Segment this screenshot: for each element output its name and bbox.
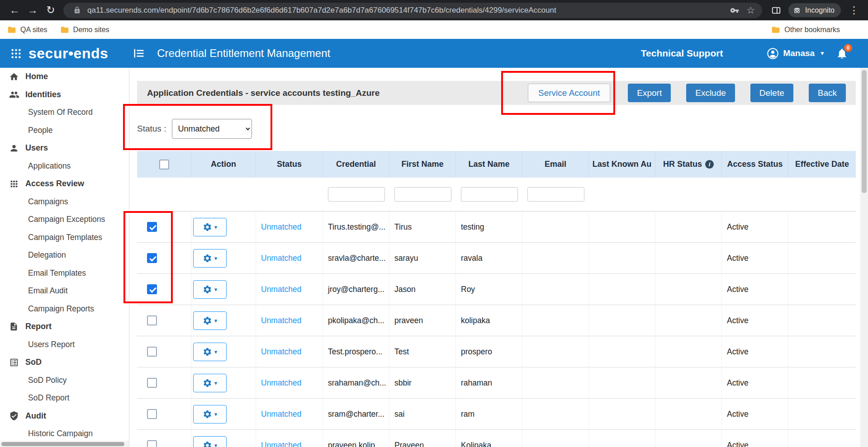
sidebar-item-label: Identities [25,90,61,99]
sidebar-item-system-of-record[interactable]: System Of Record [0,104,129,122]
chevron-down-icon: ▾ [214,286,218,293]
exclude-button[interactable]: Exclude [686,84,735,102]
status-select[interactable]: Unmatched [172,119,252,139]
row-checkbox[interactable] [147,378,157,388]
row-checkbox[interactable] [147,315,157,325]
cell-last-name: Kolipaka [456,430,522,447]
browser-menu-icon[interactable]: ⋮ [849,5,859,16]
export-button[interactable]: Export [628,84,671,102]
row-action-button[interactable]: ▾ [193,374,227,392]
row-status-link[interactable]: Unmatched [261,316,302,325]
row-action-button[interactable]: ▾ [193,249,227,268]
sidebar-item-campaign-exceptions[interactable]: Campaign Exceptions [0,211,129,229]
cell-last-name: ram [456,399,522,429]
row-action-button[interactable]: ▾ [193,343,227,361]
info-icon[interactable]: i [705,160,714,169]
other-bookmarks[interactable]: Other bookmarks [771,25,840,34]
technical-support-link[interactable]: Technical Support [641,48,723,59]
row-status-link[interactable]: Unmatched [261,222,302,232]
row-status-link[interactable]: Unmatched [261,378,302,388]
cell-effective-date [788,430,856,447]
sidebar-item-identities[interactable]: Identities [0,86,129,104]
row-action-button[interactable]: ▾ [193,280,227,299]
filter-input-email[interactable] [527,187,584,202]
row-action-button[interactable]: ▾ [193,218,227,236]
row-status-link[interactable]: Unmatched [261,347,302,357]
cell-effective-date [788,367,856,398]
grid-icon [9,179,25,189]
table-row: ▾Unmatchedjroy@charterg...JasonRoyActive [137,274,856,305]
sidebar-item-sod-report[interactable]: SoD Report [0,389,129,407]
sidebar-scrollbar-thumb[interactable] [1,442,124,446]
sidebar-item-label: Access Review [25,179,84,188]
incognito-icon [792,6,802,15]
sidebar-item-applications[interactable]: Applications [0,157,129,175]
back-button[interactable]: Back [809,84,846,102]
sidebar-item-sod[interactable]: SoD [0,353,129,372]
sidebar-item-email-audit[interactable]: Email Audit [0,282,129,300]
sidebar-item-audit[interactable]: Audit [0,407,129,425]
row-action-button[interactable]: ▾ [193,436,227,447]
sidebar-item-home[interactable]: Home [0,68,129,86]
sidebar-item-sod-policy[interactable]: SoD Policy [0,372,129,390]
address-bar[interactable]: qa11.securends.com/endpoint/7d6b7c78676d… [63,3,762,18]
sidebar-horizontal-scrollbar [0,441,129,447]
sidebar-item-users[interactable]: Users [0,139,129,157]
row-checkbox[interactable] [147,284,157,294]
column-header-credential: Credential [323,151,389,178]
notification-bell-icon[interactable]: 0 [836,47,848,60]
bookmark-demo-sites[interactable]: Demo sites [60,25,109,34]
password-key-icon[interactable] [730,6,739,15]
sidebar-toggle-icon[interactable] [133,47,145,60]
row-checkbox[interactable] [147,409,157,419]
filter-input-last_name[interactable] [461,187,518,202]
row-status-link[interactable]: Unmatched [261,254,302,263]
cell-hr-status [655,274,722,305]
sidebar-item-access-review[interactable]: Access Review [0,175,129,193]
sidebar-item-campaign-templates[interactable]: Campaign Templates [0,229,129,247]
row-status-link[interactable]: Unmatched [261,409,302,419]
row-status-link[interactable]: Unmatched [261,441,302,447]
cell-first-name: Tirus [389,212,456,242]
bookmark-qa-sites[interactable]: QA sites [7,25,47,34]
bookmark-label: QA sites [20,26,47,34]
cell-email [522,212,589,242]
row-status-link[interactable]: Unmatched [261,285,302,294]
sidebar-item-campaign-reports[interactable]: Campaign Reports [0,300,129,318]
apps-grid-icon[interactable] [10,47,22,60]
forward-arrow-icon[interactable]: → [24,4,42,16]
sidebar-item-email-templates[interactable]: Email Templates [0,264,129,282]
bookmark-star-icon[interactable]: ☆ [746,5,755,16]
row-checkbox[interactable] [147,440,157,447]
back-arrow-icon[interactable]: ← [5,4,24,16]
sidebar-item-label: Email Templates [28,268,86,278]
sidebar-item-delegation[interactable]: Delegation [0,246,129,264]
filter-input-credential[interactable] [328,187,385,202]
row-checkbox[interactable] [147,253,157,263]
sidebar-item-historic-campaign[interactable]: Historic Campaign [0,425,129,443]
select-all-checkbox[interactable] [159,160,169,169]
sidebar-item-people[interactable]: People [0,122,129,140]
sidebar-menu: HomeIdentitiesSystem Of RecordPeopleUser… [0,68,129,443]
cell-last-name: prospero [456,336,522,367]
cell-status: Unmatched [256,212,323,242]
row-action-button[interactable]: ▾ [193,405,227,423]
filter-input-first_name[interactable] [394,187,451,202]
sidebar-item-campaigns[interactable]: Campaigns [0,193,129,211]
reload-icon[interactable]: ↻ [42,4,60,16]
incognito-label: Incognito [805,6,835,14]
page-scrollbar-thumb[interactable] [862,70,867,193]
side-panel-icon[interactable] [771,5,781,15]
sidebar-item-label: Email Audit [28,286,68,296]
page-title: Credential Entitlement Management [157,47,330,60]
row-action-button[interactable]: ▾ [193,311,227,330]
row-checkbox[interactable] [147,347,157,357]
row-checkbox[interactable] [147,222,157,232]
service-account-button[interactable]: Service Account [528,84,610,102]
user-menu[interactable]: Manasa ▼ [767,47,825,60]
cell-credential: jroy@charterg... [323,274,389,305]
sidebar-item-report[interactable]: Report [0,318,129,336]
delete-button[interactable]: Delete [750,84,793,102]
sidebar-item-users-report[interactable]: Users Report [0,336,129,354]
cell-credential: sravla@charte... [323,243,389,273]
